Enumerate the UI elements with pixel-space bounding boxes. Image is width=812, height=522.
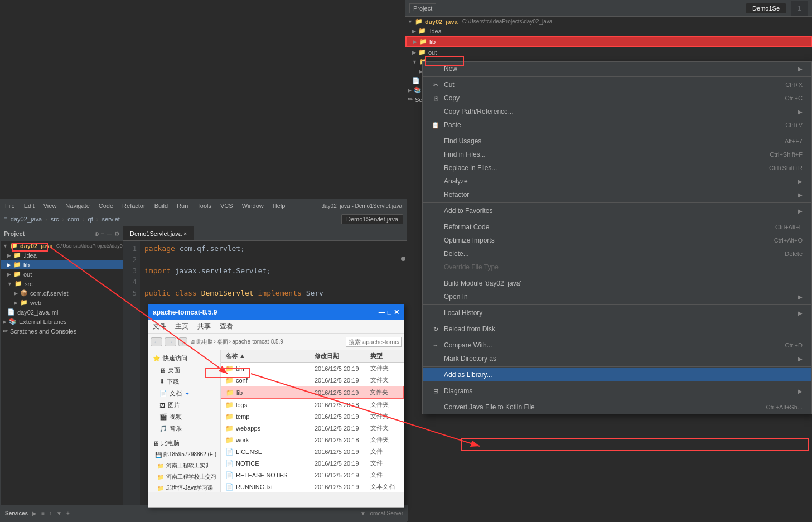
fe-nav-java-course[interactable]: 📁邱世恒-Java学习课 [148, 482, 220, 492]
services-icon-2[interactable]: ≡ [41, 510, 45, 516]
sidebar-icon-minus[interactable]: — [107, 231, 112, 237]
ctx-new[interactable]: New ▶ [423, 62, 811, 75]
menu-tools[interactable]: Tools [195, 201, 214, 210]
project-tab[interactable]: Project [409, 3, 436, 13]
fe-file-row-conf[interactable]: 📁 conf 2016/12/5 20:19 文件夹 [221, 374, 404, 386]
fe-nav-docs[interactable]: 📄文档 ✦ [148, 388, 220, 399]
ctx-refactor[interactable]: Refactor ▶ [423, 188, 811, 201]
ctx-find-usages[interactable]: Find Usages Alt+F7 [423, 134, 811, 148]
left-tree-root[interactable]: ▼ 📁 day02_java C:\Users\tc\IdeaProjects\… [1, 241, 123, 250]
breadcrumb-day02[interactable]: day02_java [11, 216, 42, 223]
editor-tab-demo1servlet[interactable]: Demo1Servlet.java × [123, 226, 194, 240]
left-tree-scratches[interactable]: ✏ Scratches and Consoles [1, 326, 123, 336]
tree-root[interactable]: ▼ 📁 day02_java C:\Users\tc\IdeaProjects\… [405, 17, 812, 26]
fe-col-type[interactable]: 类型 [368, 351, 402, 361]
ctx-add-as-library[interactable]: Add as Library... [423, 368, 811, 381]
fe-file-row-temp[interactable]: 📁 temp 2016/12/5 20:19 文件夹 [221, 410, 404, 422]
fe-nav-downloads[interactable]: ⬇下载 [148, 376, 220, 388]
fe-file-row-work[interactable]: 📁 work 2016/12/5 20:18 文件夹 [221, 434, 404, 446]
left-tree-idea[interactable]: ▶ 📁 .idea [1, 250, 123, 260]
fe-forward-btn[interactable]: → [165, 337, 176, 346]
breadcrumb-servlet[interactable]: servlet [102, 216, 119, 223]
fe-file-row-logs[interactable]: 📁 logs 2016/12/5 20:18 文件夹 [221, 399, 404, 410]
fe-nav-music[interactable]: 🎵音乐 [148, 423, 220, 434]
services-label[interactable]: Services [5, 510, 28, 516]
fe-menu-file[interactable]: 文件 [153, 322, 166, 331]
fe-col-date[interactable]: 修改日期 [312, 351, 368, 361]
menu-vcs[interactable]: VCS [218, 201, 235, 210]
left-tree-out[interactable]: ▶ 📁 out [1, 269, 123, 279]
ctx-compare[interactable]: ↔ Compare With... Ctrl+D [423, 339, 811, 352]
fe-file-row-running.txt[interactable]: 📄 RUNNING.txt 2016/12/5 20:19 文本文档 [221, 481, 404, 492]
ctx-paste[interactable]: 📋 Paste Ctrl+V [423, 118, 811, 132]
ctx-copy[interactable]: ⎘ Copy Ctrl+C [423, 91, 811, 105]
fe-file-row-release-notes[interactable]: 📄 RELEASE-NOTES 2016/12/5 20:19 文件 [221, 469, 404, 481]
menu-edit[interactable]: Edit [22, 201, 37, 210]
menu-build[interactable]: Build [152, 201, 170, 210]
menu-view[interactable]: View [41, 201, 59, 210]
fe-file-row-webapps[interactable]: 📁 webapps 2016/12/5 20:19 文件夹 [221, 422, 404, 434]
menu-file[interactable]: File [3, 201, 17, 210]
fe-close-btn[interactable]: ✕ [394, 308, 399, 316]
ctx-delete[interactable]: Delete... Delete [423, 247, 811, 260]
fe-back-btn[interactable]: ← [151, 337, 162, 346]
menu-refactor[interactable]: Refactor [120, 201, 148, 210]
fe-nav-training[interactable]: 📁河南工程软工实训 [148, 460, 220, 471]
left-tree-src[interactable]: ▼ 📁 src [1, 279, 123, 288]
fe-drive-f[interactable]: 💾邮185957298862 (F:) [148, 449, 220, 460]
demo1servlet-tab[interactable]: Demo1Se [746, 3, 786, 13]
fe-menu-share[interactable]: 共享 [197, 322, 211, 331]
ctx-optimize[interactable]: Optimize Imports Ctrl+Alt+O [423, 234, 811, 247]
left-tree-ext-libs[interactable]: ▶ 📚 External Libraries [1, 317, 123, 326]
fe-menu-home[interactable]: 主页 [175, 322, 188, 331]
menu-help[interactable]: Help [270, 201, 288, 210]
sidebar-icon-eq[interactable]: ≡ [101, 231, 104, 237]
ctx-reload[interactable]: ↻ Reload from Disk [423, 322, 811, 336]
services-icon-3[interactable]: ↑ [49, 510, 52, 516]
ctx-replace-in-files[interactable]: Replace in Files... Ctrl+Shift+R [423, 161, 811, 175]
fe-nav-quickaccess[interactable]: ⭐快速访问 [148, 352, 220, 364]
fe-nav-school[interactable]: 📁河南工程学校上交习 [148, 471, 220, 482]
fe-nav-pc[interactable]: 🖥此电脑 [148, 437, 220, 449]
ctx-diagrams[interactable]: ⊞ Diagrams ▶ [423, 384, 811, 398]
ctx-cut[interactable]: ✂ Cut Ctrl+X [423, 78, 811, 91]
ctx-build-module[interactable]: Build Module 'day02_java' [423, 277, 811, 290]
left-tree-com-qf[interactable]: ▶ 📦 com.qf.servlet [1, 288, 123, 298]
ctx-find-in-files[interactable]: Find in Files... Ctrl+Shift+F [423, 148, 811, 161]
left-tree-web[interactable]: ▶ 📁 web [1, 298, 123, 307]
tree-out[interactable]: ▶ 📁 out [405, 47, 812, 57]
sidebar-icon-plus[interactable]: ⊕ [94, 231, 99, 237]
fe-file-row-lib[interactable]: 📁 lib 2016/12/5 20:19 文件夹 [221, 386, 404, 399]
ctx-convert-kotlin[interactable]: Convert Java File to Kotlin File Ctrl+Al… [423, 400, 811, 414]
fe-nav-pictures[interactable]: 🖼图片 [148, 399, 220, 411]
ctx-add-to-favorites[interactable]: Add to Favorites ▶ [423, 204, 811, 218]
services-icon-4[interactable]: ▼ [56, 510, 62, 516]
left-tree-lib[interactable]: ▶ 📁 lib [1, 260, 123, 269]
fe-file-row-notice[interactable]: 📄 NOTICE 2016/12/5 20:19 文件 [221, 457, 404, 469]
tree-lib-selected[interactable]: ▶ 📁 lib [405, 36, 812, 47]
breadcrumb-qf[interactable]: qf [88, 216, 93, 223]
menu-run[interactable]: Run [175, 201, 190, 210]
ctx-mark-dir[interactable]: Mark Directory as ▶ [423, 352, 811, 365]
fe-nav-videos[interactable]: 🎬视频 [148, 411, 220, 423]
sidebar-toggle[interactable]: ≡ [4, 216, 7, 222]
ctx-local-history[interactable]: Local History ▶ [423, 306, 811, 320]
sidebar-icon-gear[interactable]: ⚙ [114, 231, 119, 237]
fe-minimize-btn[interactable]: — [379, 308, 385, 316]
demo1servlet-tab-left[interactable]: Demo1Servlet.java [341, 214, 403, 224]
fe-file-row-license[interactable]: 📄 LICENSE 2016/12/5 20:19 文件 [221, 446, 404, 457]
fe-up-btn[interactable]: ↑ [178, 337, 187, 346]
ctx-copy-path[interactable]: Copy Path/Reference... ▶ [423, 105, 811, 118]
fe-file-row-bin[interactable]: 📁 bin 2016/12/5 20:19 文件夹 [221, 362, 404, 374]
menu-navigate[interactable]: Navigate [63, 201, 91, 210]
menu-code[interactable]: Code [96, 201, 115, 210]
ctx-analyze[interactable]: Analyze ▶ [423, 175, 811, 188]
left-tree-iml[interactable]: 📄 day02_java.iml [1, 307, 123, 317]
fe-restore-btn[interactable]: □ [388, 308, 392, 316]
ctx-reformat[interactable]: Reformat Code Ctrl+Alt+L [423, 220, 811, 234]
breadcrumb-com[interactable]: com [67, 216, 79, 223]
fe-search-input[interactable] [346, 337, 402, 347]
services-icon-5[interactable]: + [66, 510, 70, 516]
fe-menu-view[interactable]: 查看 [220, 322, 233, 331]
ctx-open-in[interactable]: Open In ▶ [423, 290, 811, 303]
